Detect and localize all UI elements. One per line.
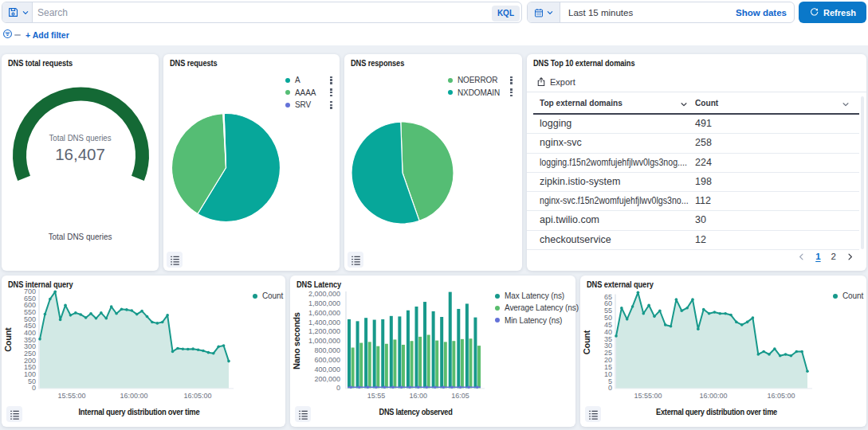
next-page-chevron[interactable] (846, 253, 854, 260)
legend-item[interactable]: NXDOMAIN (448, 88, 500, 97)
cell-domain: logging.f15n2womfujehfjlwv0lgs3nog.... (540, 157, 687, 168)
legend-toggle-button[interactable] (348, 252, 363, 268)
legend-label: Average Latency (ns) (505, 303, 579, 312)
svg-text:16:05:00: 16:05:00 (183, 392, 211, 400)
table-row[interactable]: logging491 (527, 115, 859, 134)
cell-domain: logging (540, 118, 571, 129)
legend-dot (833, 294, 838, 299)
legend-item[interactable]: Average Latency (ns) (495, 303, 579, 312)
svg-text:800,000: 800,000 (314, 346, 340, 354)
legend-dot (495, 318, 500, 322)
svg-text:16:00:00: 16:00:00 (699, 392, 727, 400)
area-chart: 0510152025303540455055606515:55:0016:00:… (580, 276, 866, 427)
svg-text:250: 250 (24, 350, 36, 358)
legend-label: Min Latency (ns) (505, 316, 562, 325)
chevron-down-icon (22, 10, 29, 16)
svg-text:15:55:00: 15:55:00 (57, 392, 85, 400)
legend-label: A (295, 76, 300, 84)
gauge-center-value: 16,407 (2, 145, 159, 164)
sort-chevron-down-icon[interactable] (842, 100, 850, 108)
column-header-domains[interactable]: Top external domains (540, 98, 623, 108)
table-header: Top external domains Count (527, 94, 866, 113)
legend-item[interactable]: AAAA (285, 88, 316, 97)
list-icon (588, 409, 599, 420)
panel-dns-requests: DNS requests AAAAASRV (163, 54, 340, 271)
svg-text:25: 25 (604, 349, 612, 357)
svg-text:16:00:00: 16:00:00 (120, 392, 147, 400)
search-input[interactable] (33, 2, 521, 22)
legend-dot (285, 78, 290, 83)
date-quick-menu-button[interactable] (528, 2, 560, 22)
legend-item[interactable]: Min Latency (ns) (495, 316, 562, 325)
table-row[interactable]: nginx-svc258 (527, 134, 859, 153)
svg-text:External query distribution ov: External query distribution over time (656, 407, 777, 416)
svg-text:300: 300 (24, 342, 36, 350)
show-dates-link[interactable]: Show dates (736, 2, 794, 22)
legend-item[interactable]: Count (833, 291, 863, 300)
svg-text:16:05:00: 16:05:00 (767, 392, 795, 400)
legend-item[interactable]: Max Latency (ns) (495, 291, 564, 300)
legend-actions-icon[interactable] (330, 76, 333, 85)
legend-toggle-button[interactable] (6, 406, 22, 422)
legend-toggle-button[interactable] (585, 406, 601, 422)
column-header-count[interactable]: Count (695, 98, 718, 108)
filter-icon[interactable] (3, 29, 12, 38)
legend-label: Max Latency (ns) (505, 291, 564, 300)
table-scrollbar[interactable] (861, 96, 864, 249)
svg-text:400: 400 (24, 329, 36, 337)
legend-item[interactable]: SRV (285, 100, 311, 109)
svg-text:Nano seconds: Nano seconds (292, 312, 301, 369)
list-icon (170, 255, 180, 265)
cell-count: 12 (695, 234, 706, 245)
svg-text:200,000: 200,000 (314, 375, 340, 383)
cell-domain: nginx-svc (540, 137, 582, 148)
svg-text:35: 35 (604, 335, 612, 343)
sort-chevron-down-icon[interactable] (680, 100, 688, 108)
svg-text:600: 600 (24, 301, 36, 309)
table-row[interactable]: zipkin.istio-system198 (527, 173, 859, 192)
pagination: 1 2 (798, 248, 854, 264)
table-row[interactable]: api.twilio.com30 (527, 211, 859, 230)
panel-dns-external-query: DNS external query 051015202530354045505… (580, 276, 866, 427)
legend-toggle-button[interactable] (167, 252, 183, 268)
panel-dns-internal-query: DNS internal query 050100150200250300350… (2, 276, 285, 427)
legend-item[interactable]: NOERROR (448, 76, 497, 84)
add-filter-link[interactable]: + Add filter (26, 30, 69, 40)
legend-actions-icon[interactable] (510, 88, 513, 97)
export-button[interactable]: Export (536, 77, 575, 87)
legend-actions-icon[interactable] (330, 101, 333, 110)
svg-text:200: 200 (24, 357, 36, 365)
panel-dns-top-external-domains: DNS Top 10 external domains Export Top e… (527, 54, 866, 271)
table-row[interactable]: logging.f15n2womfujehfjlwv0lgs3nog....22… (527, 154, 859, 173)
search-bar: KQL (2, 2, 522, 23)
refresh-button[interactable]: Refresh (799, 2, 866, 23)
cell-count: 258 (695, 137, 712, 148)
svg-text:100: 100 (24, 370, 36, 378)
legend-toggle-button[interactable] (295, 406, 311, 422)
legend-item[interactable]: Count (253, 291, 283, 300)
list-icon (298, 409, 308, 420)
legend-actions-icon[interactable] (510, 76, 513, 85)
legend-actions-icon[interactable] (330, 88, 333, 97)
svg-text:60: 60 (604, 299, 612, 307)
panel-title: DNS Top 10 external domains (533, 58, 634, 68)
query-language-button[interactable]: KQL (492, 6, 520, 22)
svg-text:40: 40 (604, 328, 612, 336)
svg-text:15:55: 15:55 (367, 392, 386, 400)
page-2-button[interactable]: 2 (831, 252, 836, 261)
list-icon (351, 255, 361, 265)
saved-query-menu-button[interactable] (2, 2, 33, 22)
kibana-dns-dashboard: KQL Last 15 minutes Show dates (0, 0, 868, 430)
svg-text:400,000: 400,000 (314, 366, 340, 373)
legend-dot (448, 78, 453, 83)
svg-text:500: 500 (24, 315, 36, 323)
legend-label: NXDOMAIN (458, 88, 500, 97)
page-1-button[interactable]: 1 (815, 252, 820, 261)
svg-text:1,400,000: 1,400,000 (308, 319, 340, 326)
table-row[interactable]: nginx-svc.f15n2womfujehfjlwv0lgs3no...11… (527, 192, 859, 211)
svg-text:16:00: 16:00 (410, 392, 428, 400)
legend-item[interactable]: A (285, 76, 300, 84)
table-row[interactable]: checkoutservice12 (527, 231, 859, 250)
cell-domain: checkoutservice (540, 234, 611, 245)
time-range-value[interactable]: Last 15 minutes (560, 2, 736, 22)
